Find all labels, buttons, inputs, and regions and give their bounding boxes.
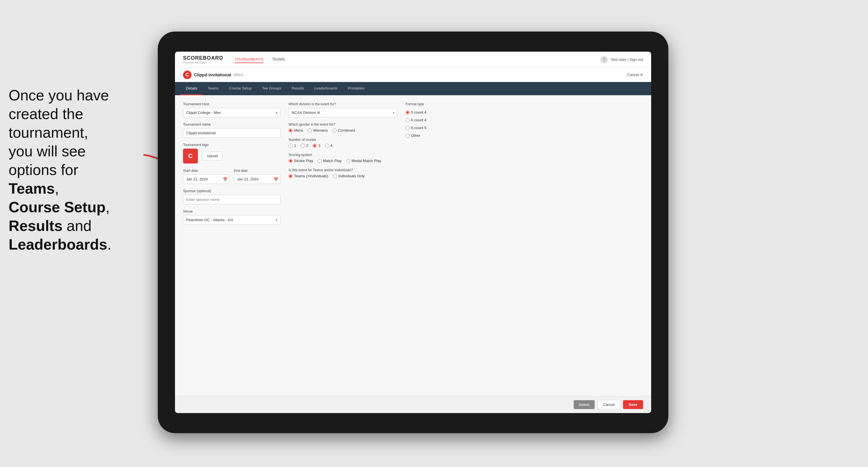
end-date-field: End date xyxy=(234,169,281,184)
format-5count4-label: 5 count 4 xyxy=(411,110,427,115)
cancel-button[interactable]: Cancel xyxy=(597,400,620,409)
gender-mens-radio[interactable] xyxy=(288,128,292,132)
teams-plus-label: Teams (+Individuals) xyxy=(294,174,329,178)
format-other-radio[interactable] xyxy=(406,134,410,138)
rounds-3[interactable]: 3 xyxy=(313,144,320,148)
tournament-host-select-wrapper: Clippd College - Men xyxy=(183,108,281,117)
rounds-4[interactable]: 4 xyxy=(325,144,333,148)
format-other[interactable]: Other xyxy=(406,133,421,138)
start-date-field: Start date xyxy=(183,169,230,184)
rounds-1[interactable]: 1 xyxy=(288,144,296,148)
tournament-name-input[interactable] xyxy=(183,128,281,138)
tournament-type: (Men) xyxy=(234,72,243,77)
scoring-medal-match[interactable]: Medal Match Play xyxy=(346,159,381,163)
format-6count4-label: 6 count 4 xyxy=(411,118,427,122)
cancel-tournament-button[interactable]: Cancel ✕ xyxy=(627,72,643,77)
division-select[interactable]: NCAA Division III xyxy=(288,108,398,117)
rounds-label: Number of rounds xyxy=(288,138,398,142)
gender-mens[interactable]: Mens xyxy=(288,128,303,132)
rounds-3-label: 3 xyxy=(318,144,320,148)
gender-combined-radio[interactable] xyxy=(333,128,337,132)
rounds-4-radio[interactable] xyxy=(325,144,329,148)
gender-womens-label: Womens xyxy=(313,128,328,132)
individuals-only-radio[interactable] xyxy=(333,174,337,178)
end-date-input[interactable] xyxy=(234,175,281,184)
tab-teams[interactable]: Teams xyxy=(203,82,224,95)
rounds-1-radio[interactable] xyxy=(288,144,292,148)
division-group: Which division is the event for? NCAA Di… xyxy=(288,102,398,117)
venue-select[interactable]: Peachtree GC - Atlanta - GA xyxy=(183,215,281,225)
format-6count5-row: 6 count 5 xyxy=(406,126,486,130)
tournament-title: C Clippd Invitational (Men) xyxy=(183,70,243,79)
tab-results[interactable]: Results xyxy=(286,82,309,95)
format-5count4[interactable]: 5 count 4 xyxy=(406,110,427,115)
gender-group: Which gender is the event for? Mens Wome… xyxy=(288,123,398,132)
col-right: Format type 5 count 4 xyxy=(406,102,486,389)
nav-tournaments[interactable]: TOURNAMENTS xyxy=(235,56,263,63)
logo-brand: SCOREBOARD Powered by clippd xyxy=(183,55,223,64)
text-comma2: , xyxy=(105,199,110,215)
tab-course-setup[interactable]: Course Setup xyxy=(224,82,257,95)
tab-leaderboards[interactable]: Leaderboards xyxy=(309,82,342,95)
tournament-name: Clippd Invitational xyxy=(194,72,231,77)
tournament-logo-label: Tournament logo xyxy=(183,143,281,147)
format-6count5-radio[interactable] xyxy=(406,126,410,130)
tournament-host-label: Tournament Host xyxy=(183,102,281,106)
start-date-label: Start date xyxy=(183,169,230,173)
scoring-stroke-radio[interactable] xyxy=(288,159,292,163)
gender-womens-radio[interactable] xyxy=(308,128,312,132)
format-6count4-radio[interactable] xyxy=(406,118,410,122)
dates-row: Start date End date xyxy=(183,169,281,184)
save-button[interactable]: Save xyxy=(623,400,643,409)
rounds-radio-group: 1 2 3 4 xyxy=(288,144,398,148)
col-left: Tournament Host Clippd College - Men Tou… xyxy=(183,102,281,389)
gender-radio-group: Mens Womens Combined xyxy=(288,128,398,132)
venue-select-wrapper: Peachtree GC - Atlanta - GA xyxy=(183,215,281,225)
tab-printables[interactable]: Printables xyxy=(342,82,369,95)
start-date-input[interactable] xyxy=(183,175,230,184)
logo-sub: Powered by clippd xyxy=(183,61,223,64)
tournament-host-select[interactable]: Clippd College - Men xyxy=(183,108,281,117)
text-bold-teams: Teams xyxy=(9,180,55,197)
delete-button[interactable]: Delete xyxy=(574,400,595,409)
gender-womens[interactable]: Womens xyxy=(308,128,328,132)
rounds-2[interactable]: 2 xyxy=(301,144,308,148)
tab-details[interactable]: Details xyxy=(181,82,203,95)
venue-label: Venue xyxy=(183,209,281,213)
tournament-name-group: Tournament name xyxy=(183,123,281,138)
scoring-match[interactable]: Match Play xyxy=(317,159,341,163)
teams-plus-radio[interactable] xyxy=(288,174,292,178)
individuals-only[interactable]: Individuals Only xyxy=(333,174,365,178)
format-group: Format type 5 count 4 xyxy=(406,102,486,138)
tournament-logo-group: Tournament logo C Upload xyxy=(183,143,281,163)
logo-area: SCOREBOARD Powered by clippd TOURNAMENTS… xyxy=(183,55,285,64)
tabs-bar: Details Teams Course Setup Tee Groups Re… xyxy=(175,82,651,95)
text-period: . xyxy=(107,236,111,253)
scoring-label: Scoring system xyxy=(288,153,398,157)
nav-teams[interactable]: TEAMS xyxy=(272,56,285,63)
rounds-3-radio[interactable] xyxy=(313,144,317,148)
gender-mens-label: Mens xyxy=(294,128,303,132)
cancel-x-icon: ✕ xyxy=(640,72,643,77)
scoring-match-radio[interactable] xyxy=(317,159,321,163)
user-avatar: T xyxy=(600,56,608,63)
tab-tee-groups[interactable]: Tee Groups xyxy=(257,82,286,95)
format-6count5[interactable]: 6 count 5 xyxy=(406,126,427,130)
gender-combined[interactable]: Combined xyxy=(333,128,355,132)
teams-plus-individuals[interactable]: Teams (+Individuals) xyxy=(288,174,329,178)
format-5count4-radio[interactable] xyxy=(406,111,410,115)
main-content: Tournament Host Clippd College - Men Tou… xyxy=(175,95,651,396)
user-label[interactable]: Test User | Sign out xyxy=(611,57,643,62)
format-label: Format type xyxy=(406,102,486,106)
text-bold-coursesetup: Course Setup xyxy=(9,199,105,215)
scoring-group: Scoring system Stroke Play Match Play xyxy=(288,153,398,163)
scoring-medal-radio[interactable] xyxy=(346,159,350,163)
upload-button[interactable]: Upload xyxy=(202,152,223,160)
sponsor-group: Sponsor (optional) xyxy=(183,189,281,204)
scoring-stroke[interactable]: Stroke Play xyxy=(288,159,313,163)
gender-combined-label: Combined xyxy=(338,128,355,132)
rounds-2-radio[interactable] xyxy=(301,144,305,148)
sponsor-input[interactable] xyxy=(183,195,281,204)
format-6count4[interactable]: 6 count 4 xyxy=(406,118,427,122)
text-and: and xyxy=(63,217,92,234)
